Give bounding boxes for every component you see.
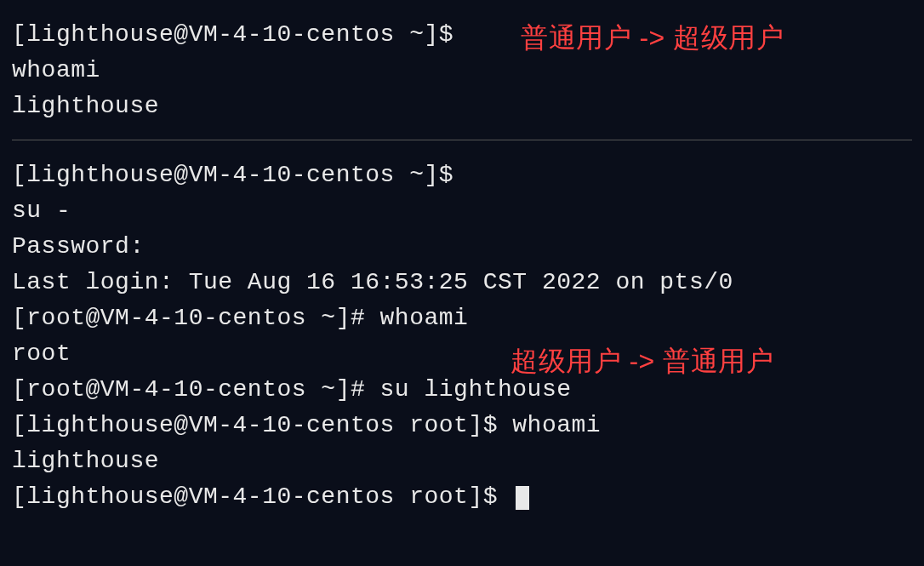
terminal-output: root bbox=[12, 336, 912, 372]
terminal-line: Last login: Tue Aug 16 16:53:25 CST 2022… bbox=[12, 265, 912, 300]
terminal-line: [lighthouse@VM-4-10-centos ~]$ bbox=[12, 157, 912, 193]
terminal-line: [root@VM-4-10-centos ~]# su lighthouse bbox=[12, 372, 912, 408]
cursor-block bbox=[516, 486, 529, 510]
terminal-output: lighthouse bbox=[12, 89, 912, 124]
terminal-line: [lighthouse@VM-4-10-centos ~]$ bbox=[12, 17, 912, 53]
shell-prompt: [lighthouse@VM-4-10-centos ~]$ bbox=[12, 21, 468, 48]
terminal-line: [root@VM-4-10-centos ~]# whoami bbox=[12, 300, 912, 336]
terminal-line: whoami bbox=[12, 53, 912, 89]
terminal-block-2: [lighthouse@VM-4-10-centos ~]$ su - Pass… bbox=[12, 157, 912, 515]
terminal-line: Password: bbox=[12, 229, 912, 265]
shell-prompt: [lighthouse@VM-4-10-centos root]$ bbox=[12, 483, 512, 510]
terminal-line: [lighthouse@VM-4-10-centos root]$ bbox=[12, 479, 912, 515]
terminal-output: lighthouse bbox=[12, 443, 912, 479]
divider bbox=[12, 140, 912, 140]
terminal-line: [lighthouse@VM-4-10-centos root]$ whoami bbox=[12, 408, 912, 443]
terminal-line: su - bbox=[12, 193, 912, 229]
terminal-block-1: [lighthouse@VM-4-10-centos ~]$ whoami li… bbox=[12, 17, 912, 124]
